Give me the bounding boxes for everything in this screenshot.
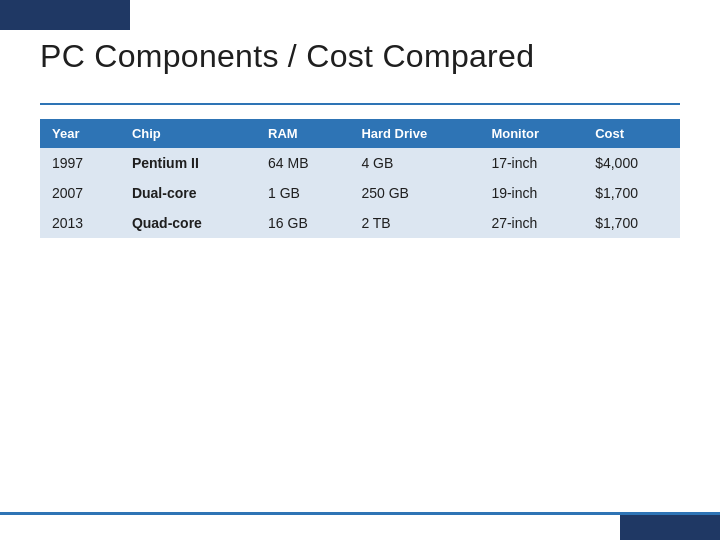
table-header-row: Year Chip RAM Hard Drive Monitor Cost: [40, 119, 680, 148]
table-cell: 1997: [40, 148, 120, 178]
table-cell: $1,700: [583, 178, 680, 208]
top-accent: [0, 0, 130, 30]
table-cell: 19-inch: [479, 178, 583, 208]
col-header-year: Year: [40, 119, 120, 148]
col-header-monitor: Monitor: [479, 119, 583, 148]
table-cell: 17-inch: [479, 148, 583, 178]
page-title: PC Components / Cost Compared: [40, 38, 680, 75]
table-row: 1997Pentium II64 MB4 GB17-inch$4,000: [40, 148, 680, 178]
col-header-chip: Chip: [120, 119, 256, 148]
table-cell: 64 MB: [256, 148, 349, 178]
table-row: 2007Dual-core1 GB250 GB19-inch$1,700: [40, 178, 680, 208]
table-cell: Pentium II: [120, 148, 256, 178]
table-row: 2013Quad-core16 GB2 TB27-inch$1,700: [40, 208, 680, 238]
table-cell: 1 GB: [256, 178, 349, 208]
title-divider: [40, 103, 680, 105]
table-cell: 2007: [40, 178, 120, 208]
table-cell: 27-inch: [479, 208, 583, 238]
table-cell: 250 GB: [349, 178, 479, 208]
bottom-accent: [620, 515, 720, 540]
col-header-ram: RAM: [256, 119, 349, 148]
main-content: PC Components / Cost Compared Year Chip …: [40, 38, 680, 500]
table-cell: Quad-core: [120, 208, 256, 238]
col-header-harddrive: Hard Drive: [349, 119, 479, 148]
table-cell: Dual-core: [120, 178, 256, 208]
bottom-line: [0, 512, 720, 515]
table-cell: 4 GB: [349, 148, 479, 178]
table-cell: 2 TB: [349, 208, 479, 238]
col-header-cost: Cost: [583, 119, 680, 148]
table-cell: 2013: [40, 208, 120, 238]
table-cell: $1,700: [583, 208, 680, 238]
table-cell: $4,000: [583, 148, 680, 178]
components-table: Year Chip RAM Hard Drive Monitor Cost 19…: [40, 119, 680, 238]
table-cell: 16 GB: [256, 208, 349, 238]
